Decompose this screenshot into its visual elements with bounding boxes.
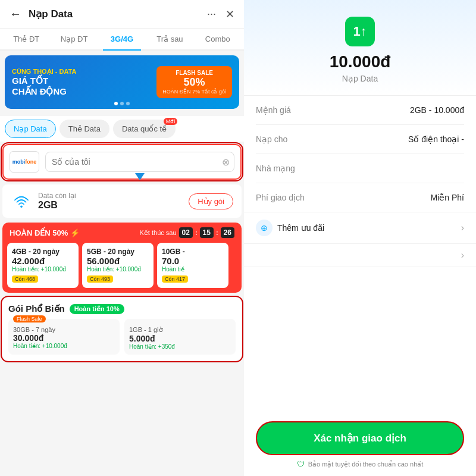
close-button[interactable]: ✕ bbox=[226, 8, 234, 21]
popular-card-price-1: 5.000đ bbox=[129, 334, 231, 343]
sale-card-price-2: 70.0 bbox=[162, 256, 224, 266]
subtab-the-data[interactable]: Thẻ Data bbox=[60, 120, 109, 138]
subtab-data-quoc-te[interactable]: Data quốc tế Mới bbox=[113, 120, 176, 138]
popular-card-1[interactable]: 1GB - 1 giờ 5.000đ Hoàn tiền: +350đ bbox=[124, 319, 236, 355]
data-amount: 2GB bbox=[38, 200, 76, 211]
divider-2 bbox=[256, 154, 464, 154]
banner-percent: 50% bbox=[162, 76, 226, 89]
popular-section: Gói Phổ Biến Hoàn tiền 10% Flash Sale 30… bbox=[2, 298, 242, 361]
detail-row-nha-mang: Nhà mạng bbox=[256, 164, 464, 173]
popular-card-cashback-0: Hoàn tiền: +10.000đ bbox=[13, 343, 115, 349]
promo-chevron-icon: › bbox=[461, 223, 464, 233]
phone-dropdown-indicator bbox=[135, 173, 145, 180]
phi-value: Miễn Phí bbox=[431, 193, 464, 202]
phone-input-wrap: ⊗ bbox=[45, 152, 234, 172]
flash-sale-badge-0: Flash Sale bbox=[13, 315, 46, 322]
confirm-card: 1↑ 10.000đ Nạp Data Mệnh giá 2GB - 10.00… bbox=[244, 0, 476, 476]
sale-card-cashback-1: Hoàn tiền: +10.000đ bbox=[87, 266, 149, 273]
promo-banner: CÙNG THOẠI - DATA GIÁ TỐTCHẤN ĐỘNG FLASH… bbox=[5, 55, 239, 109]
confirm-footer: Xác nhận giao dịch 🛡 Bảo mật tuyệt đối t… bbox=[244, 412, 476, 476]
back-button[interactable]: ← bbox=[10, 7, 21, 21]
detail-row-nap-cho: Nạp cho Số điện thoại - bbox=[256, 134, 464, 144]
popular-card-cashback-1: Hoàn tiền: +350đ bbox=[129, 343, 231, 350]
popular-card-title-0: 30GB - 7 ngày bbox=[13, 326, 115, 333]
divider-1 bbox=[256, 124, 464, 125]
nha-mang-label: Nhà mạng bbox=[256, 164, 295, 173]
popular-card-price-0: 30.000đ bbox=[13, 333, 115, 343]
data-text: Data còn lại 2GB bbox=[38, 192, 76, 211]
sale-card-cashback-2: Hoàn tiề bbox=[162, 266, 224, 273]
popular-badge: Hoàn tiền 10% bbox=[70, 304, 124, 314]
flash-sale-cards: 4GB - 20 ngày 42.000đ Hoàn tiền: +10.000… bbox=[2, 243, 242, 293]
banner-left: CÙNG THOẠI - DATA GIÁ TỐTCHẤN ĐỘNG bbox=[12, 68, 76, 97]
timer-seconds: 26 bbox=[221, 227, 234, 238]
menh-gia-value: 2GB - 10.000đ bbox=[410, 105, 464, 115]
timer-minutes: 15 bbox=[200, 227, 214, 238]
tab-combo[interactable]: Combo bbox=[194, 29, 242, 49]
sale-card-price-0: 42.000đ bbox=[12, 256, 74, 266]
sale-card-title-1: 5GB - 20 ngày bbox=[87, 248, 149, 256]
nap-cho-value: Số điện thoại - bbox=[408, 134, 464, 144]
cancel-package-button[interactable]: Hủy gói bbox=[189, 193, 233, 209]
menh-gia-label: Mệnh giá bbox=[256, 105, 291, 115]
phone-clear-button[interactable]: ⊗ bbox=[222, 156, 230, 168]
sale-card-2[interactable]: 10GB - 70.0 Hoàn tiề Còn 417 bbox=[157, 243, 228, 288]
popular-header: Gói Phổ Biến Hoàn tiền 10% bbox=[8, 303, 236, 314]
banner-promo-text: CÙNG THOẠI - DATA bbox=[12, 68, 76, 76]
confirm-top: 1↑ 10.000đ Nạp Data bbox=[244, 0, 476, 96]
phone-input[interactable] bbox=[45, 152, 234, 172]
banner-title: GIÁ TỐTCHẤN ĐỘNG bbox=[12, 76, 76, 97]
sub-tabs: Nạp Data Thẻ Data Data quốc tế Mới bbox=[0, 116, 244, 142]
right-panel: 1↑ 10.000đ Nạp Data Mệnh giá 2GB - 10.00… bbox=[244, 0, 476, 476]
sale-card-stock-0: Còn 468 bbox=[12, 275, 38, 283]
page-title: Nạp Data bbox=[29, 8, 207, 20]
more-button[interactable]: ··· bbox=[207, 8, 216, 20]
confirm-subtitle: Nạp Data bbox=[342, 74, 378, 83]
dot-3 bbox=[126, 102, 130, 105]
dot-2 bbox=[120, 102, 124, 105]
banner-dots bbox=[114, 102, 130, 105]
shield-icon: 🛡 bbox=[297, 460, 305, 469]
service-icon: 1↑ bbox=[353, 24, 367, 39]
extra-row[interactable]: › bbox=[244, 244, 476, 267]
timer-hours: 02 bbox=[179, 227, 193, 238]
tab-nap-dt[interactable]: Nạp ĐT bbox=[50, 29, 98, 49]
tab-tra-sau[interactable]: Trả sau bbox=[146, 29, 193, 49]
new-badge: Mới bbox=[164, 118, 178, 125]
detail-row-menh-gia: Mệnh giá 2GB - 10.000đ bbox=[256, 105, 464, 115]
wifi-icon bbox=[11, 190, 32, 212]
flash-sale-title: HOÀN ĐẾN 50% ⚡ bbox=[10, 228, 80, 237]
nap-cho-label: Nạp cho bbox=[256, 134, 287, 144]
flash-sale-timer: Kết thúc sau 02 : 15 : 26 bbox=[140, 227, 234, 238]
popular-card-0[interactable]: Flash Sale 30GB - 7 ngày 30.000đ Hoàn ti… bbox=[8, 319, 120, 355]
flash-sale-section: HOÀN ĐẾN 50% ⚡ Kết thúc sau 02 : 15 : 26… bbox=[2, 223, 242, 293]
sale-card-1[interactable]: 5GB - 20 ngày 56.000đ Hoàn tiền: +10.000… bbox=[82, 243, 154, 288]
promo-row[interactable]: ⊕ Thêm ưu đãi › bbox=[244, 212, 476, 244]
promo-left: ⊕ Thêm ưu đãi bbox=[256, 220, 324, 236]
extra-chevron-icon: › bbox=[461, 250, 464, 261]
sale-card-stock-1: Còn 493 bbox=[87, 275, 113, 283]
confirm-icon-wrap: 1↑ bbox=[345, 17, 375, 46]
tab-the-dt[interactable]: Thẻ ĐT bbox=[2, 29, 50, 49]
sale-card-stock-2: Còn 417 bbox=[162, 275, 188, 283]
left-panel: ← Nạp Data ··· ✕ Thẻ ĐT Nạp ĐT 3G/4G Trả… bbox=[0, 0, 244, 476]
tab-3g4g[interactable]: 3G/4G bbox=[98, 29, 146, 49]
phone-input-section: mobifone ⊗ bbox=[2, 144, 242, 180]
banner-return: HOÀN ĐẾN 7% Tất cả gói bbox=[162, 89, 226, 95]
banner-flash-sale: FLASH SALE 50% HOÀN ĐẾN 7% Tất cả gói bbox=[156, 66, 232, 98]
sale-card-title-0: 4GB - 20 ngày bbox=[12, 248, 74, 256]
confirm-amount: 10.000đ bbox=[330, 52, 391, 71]
detail-row-phi: Phí giao dịch Miễn Phí bbox=[256, 193, 464, 202]
sale-card-cashback-0: Hoàn tiền: +10.000đ bbox=[12, 266, 74, 273]
top-tabs: Thẻ ĐT Nạp ĐT 3G/4G Trả sau Combo bbox=[0, 29, 244, 51]
sale-card-price-1: 56.000đ bbox=[87, 256, 149, 266]
sale-card-0[interactable]: 4GB - 20 ngày 42.000đ Hoàn tiền: +10.000… bbox=[7, 243, 79, 288]
confirm-button[interactable]: Xác nhận giao dịch bbox=[256, 421, 464, 455]
subtab-nap-data[interactable]: Nạp Data bbox=[5, 120, 56, 138]
popular-cards: Flash Sale 30GB - 7 ngày 30.000đ Hoàn ti… bbox=[8, 319, 236, 355]
data-info: Data còn lại 2GB bbox=[11, 190, 76, 212]
popular-title: Gói Phổ Biến bbox=[8, 303, 65, 314]
sale-card-title-2: 10GB - bbox=[162, 248, 224, 256]
carrier-logo: mobifone bbox=[10, 151, 39, 173]
data-remaining-section: Data còn lại 2GB Hủy gói bbox=[2, 184, 242, 218]
